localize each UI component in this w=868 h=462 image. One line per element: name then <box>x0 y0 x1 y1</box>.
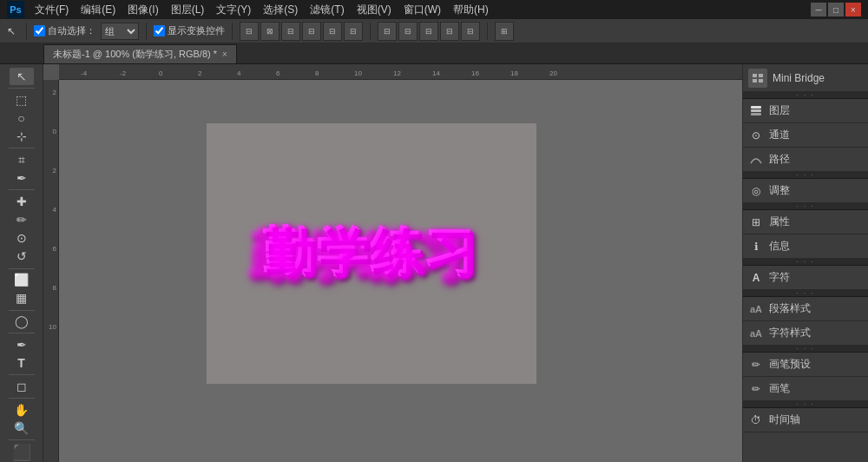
title-bar-left: Ps 文件(F) 编辑(E) 图像(I) 图层(L) 文字(Y) 选择(S) 滤… <box>7 1 494 19</box>
panel-dots-7: · · · <box>743 401 868 408</box>
auto-arrange-icon[interactable]: ⊞ <box>495 22 514 41</box>
auto-select-mode[interactable]: 组 图层 <box>101 23 139 40</box>
channels-label: 通道 <box>769 128 790 142</box>
close-button[interactable]: × <box>845 3 861 16</box>
move-tool[interactable]: ↖ <box>10 68 34 85</box>
crop-tool[interactable]: ⌗ <box>10 151 34 168</box>
adjustments-label: 调整 <box>769 183 790 198</box>
eyedropper-tool[interactable]: ✒ <box>10 169 34 187</box>
paragraph-styles-panel[interactable]: aA 段落样式 <box>743 297 868 321</box>
distribute-left-icon[interactable]: ⊟ <box>378 22 397 41</box>
adjustments-icon: ◎ <box>748 183 764 199</box>
heal-tool[interactable]: ✚ <box>10 193 34 210</box>
menu-layer[interactable]: 图层(L) <box>166 1 210 19</box>
left-toolbar: ↖ ⬚ ○ ⊹ ⌗ ✒ ✚ ✏ ⊙ ↺ ⬜ ▦ ◯ ✒ T ◻ ✋ 🔍 ⬛ <box>0 64 43 462</box>
paths-svg <box>749 153 763 167</box>
properties-icon: ⊞ <box>748 214 764 230</box>
svg-rect-1 <box>759 74 763 77</box>
panel-separator-4: · · · <box>743 259 868 266</box>
properties-panel[interactable]: ⊞ 属性 <box>743 210 868 234</box>
pen-tool[interactable]: ✒ <box>10 336 34 353</box>
tab-close-button[interactable]: × <box>222 50 227 59</box>
clone-tool[interactable]: ⊙ <box>10 229 34 247</box>
info-panel[interactable]: ℹ 信息 <box>743 234 868 259</box>
mini-bridge-icon[interactable] <box>748 69 767 88</box>
align-center-v-icon[interactable]: ⊟ <box>323 22 342 41</box>
marquee-tool[interactable]: ⬚ <box>10 91 34 109</box>
menu-window[interactable]: 窗口(W) <box>398 1 446 19</box>
tool-separator-7 <box>9 374 35 375</box>
svg-text:aA: aA <box>750 304 762 314</box>
dodge-tool[interactable]: ◯ <box>10 313 34 330</box>
menu-file[interactable]: 文件(F) <box>30 1 74 19</box>
shape-tool[interactable]: ◻ <box>10 378 34 395</box>
timeline-panel[interactable]: ⏱ 时间轴 <box>743 408 868 432</box>
tool-separator-2 <box>9 148 35 148</box>
paragraph-styles-icon: aA <box>748 301 764 317</box>
canvas-text-layer[interactable]: 勤学练习 <box>264 219 479 289</box>
minimize-button[interactable]: ─ <box>811 3 826 16</box>
layers-icon <box>748 103 764 119</box>
distribute-v-icon[interactable]: ⊟ <box>461 22 480 41</box>
panel-dots-2: · · · <box>743 172 868 179</box>
menu-edit[interactable]: 编辑(E) <box>76 1 121 19</box>
eraser-tool[interactable]: ⬜ <box>10 271 34 288</box>
align-bottom-icon[interactable]: ⊟ <box>344 22 363 41</box>
menu-select[interactable]: 选择(S) <box>258 1 303 19</box>
channels-panel[interactable]: ⊙ 通道 <box>743 123 868 148</box>
distribute-group: ⊟ ⊟ ⊟ ⊟ ⊟ <box>378 22 480 41</box>
panel-separator: · · · <box>743 92 868 99</box>
brush-tool[interactable]: ✏ <box>10 211 34 228</box>
menu-help[interactable]: 帮助(H) <box>448 1 494 19</box>
lasso-tool[interactable]: ○ <box>10 109 34 127</box>
show-transform-checkbox[interactable] <box>154 25 165 36</box>
align-center-h-icon[interactable]: ⊠ <box>260 22 279 41</box>
panel-dots-6: · · · <box>743 346 868 353</box>
ruler-mark: 6 <box>276 69 279 77</box>
gradient-tool[interactable]: ▦ <box>10 289 34 307</box>
ruler-mark: 10 <box>354 69 362 77</box>
brush-panel[interactable]: ✏ 画笔 <box>743 377 868 401</box>
align-right-icon[interactable]: ⊟ <box>281 22 300 41</box>
menu-text[interactable]: 文字(Y) <box>211 1 256 19</box>
maximize-button[interactable]: □ <box>828 3 844 16</box>
zoom-tool[interactable]: 🔍 <box>10 419 34 437</box>
hand-tool[interactable]: ✋ <box>10 401 34 419</box>
text-tool[interactable]: T <box>10 354 34 372</box>
document-tab[interactable]: 未标题-1 @ 100% (勤学练习, RGB/8) * × <box>43 44 237 63</box>
adjustments-panel[interactable]: ◎ 调整 <box>743 179 868 203</box>
menu-image[interactable]: 图像(I) <box>122 1 163 19</box>
distribute-h-icon[interactable]: ⊟ <box>398 22 418 41</box>
ruler-mark: 18 <box>510 69 518 77</box>
panel-dots-5: · · · <box>743 290 868 297</box>
distribute-top-icon[interactable]: ⊟ <box>440 22 459 41</box>
align-top-icon[interactable]: ⊟ <box>302 22 321 41</box>
menu-filter[interactable]: 滤镜(T) <box>305 1 349 19</box>
ruler-mark: 10 <box>49 323 56 331</box>
ruler-mark: 16 <box>471 69 479 77</box>
align-left-icon[interactable]: ⊟ <box>240 22 259 41</box>
auto-select-checkbox[interactable] <box>34 25 45 36</box>
paragraph-styles-label: 段落样式 <box>769 301 811 316</box>
history-tool[interactable]: ↺ <box>10 248 34 265</box>
menu-view[interactable]: 视图(V) <box>352 1 397 19</box>
tool-separator-4 <box>9 268 35 269</box>
move-tool-options: ↖ <box>3 19 19 43</box>
panel-dots: · · · <box>743 92 868 99</box>
character-panel[interactable]: A 字符 <box>743 266 868 290</box>
layers-panel[interactable]: 图层 <box>743 99 868 123</box>
timeline-icon: ⏱ <box>748 412 764 428</box>
character-styles-panel[interactable]: aA 字符样式 <box>743 321 868 346</box>
tool-separator-1 <box>9 88 35 89</box>
panel-dots-3: · · · <box>743 203 868 210</box>
magic-wand-tool[interactable]: ⊹ <box>10 128 34 145</box>
title-controls: ─ □ × <box>811 3 861 16</box>
distribute-right-icon[interactable]: ⊟ <box>419 22 438 41</box>
paths-panel[interactable]: 路径 <box>743 148 868 172</box>
mini-bridge[interactable]: Mini Bridge <box>743 64 868 92</box>
auto-select-label: 自动选择： <box>48 24 95 37</box>
brush-presets-panel[interactable]: ✏ 画笔预设 <box>743 353 868 377</box>
character-label: 字符 <box>769 270 790 285</box>
canvas-area: -4 -2 0 2 4 6 8 10 12 14 16 18 20 2 0 2 … <box>43 64 742 462</box>
foreground-color[interactable]: ⬛ <box>10 443 34 462</box>
